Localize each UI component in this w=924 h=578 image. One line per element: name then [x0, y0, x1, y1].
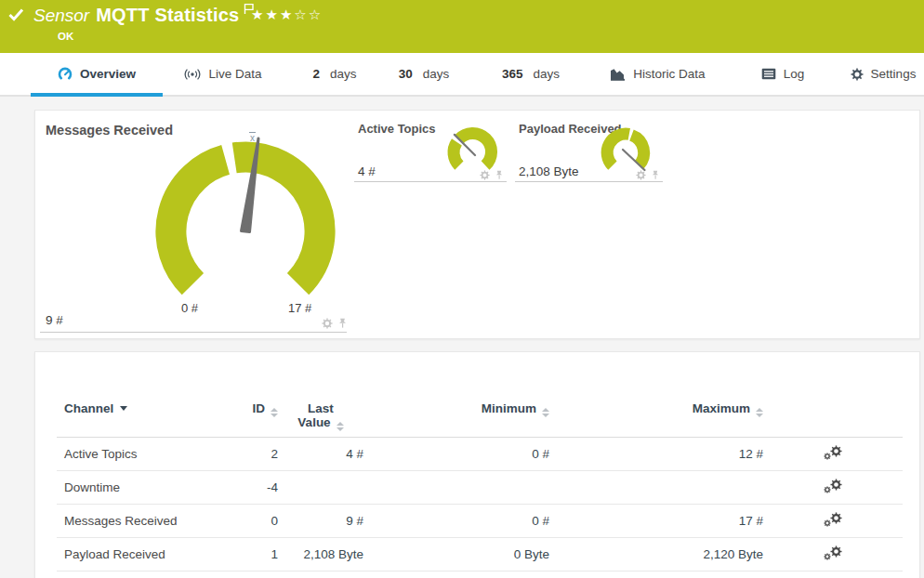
channel-last-value: 2,108 Byte	[278, 538, 363, 571]
mini-gauge-active-topics: Active Topics 4 #	[354, 111, 508, 185]
channel-id: 0	[233, 505, 278, 538]
channel-name[interactable]: Messages Received	[57, 505, 233, 538]
col-header-maximum[interactable]: Maximum	[549, 389, 763, 438]
star-empty-icon[interactable]	[294, 7, 308, 22]
tab-30-days[interactable]: 30 days	[395, 53, 453, 95]
channel-id: -4	[233, 471, 278, 505]
broadcast-icon	[184, 68, 201, 81]
channel-last-value	[278, 471, 363, 505]
tab-number: 2	[312, 67, 320, 81]
gauge-settings-gear-icon[interactable]	[322, 316, 333, 333]
col-header-id[interactable]: ID	[233, 389, 278, 438]
tab-number: 30	[399, 67, 413, 81]
sort-icon	[542, 408, 549, 417]
mini-gauge-value: 4 #	[358, 164, 376, 178]
primary-gauge	[125, 108, 366, 310]
channel-last-value: 9 #	[278, 505, 363, 538]
tab-label: Overview	[80, 67, 136, 81]
log-icon	[761, 68, 776, 80]
channel-maximum: 12 #	[549, 438, 763, 471]
channel-maximum: 2,120 Byte	[549, 538, 763, 571]
tab-label: Log	[784, 67, 805, 81]
chart-icon	[610, 68, 626, 81]
mini-gauge-payload-received: Payload Received 2,108 Byte	[515, 111, 664, 185]
tab-label: days	[423, 67, 450, 81]
channel-settings-icon[interactable]	[824, 545, 842, 560]
table-row: Payload Received 1 2,108 Byte 0 Byte 2,1…	[57, 538, 903, 571]
tab-settings[interactable]: Settings	[846, 53, 920, 95]
star-filled-icon[interactable]	[251, 7, 265, 22]
channel-maximum: 17 #	[549, 505, 763, 538]
col-header-label: ID	[253, 401, 266, 415]
tab-historic-data[interactable]: Historic Data	[604, 53, 711, 95]
tab-log[interactable]: Log	[755, 53, 811, 95]
channel-settings-icon[interactable]	[824, 479, 842, 493]
channels-panel: Channel ID Last Value Minimum Maximum	[34, 351, 920, 578]
channel-name[interactable]: Downtime	[57, 471, 233, 505]
col-header-label: Minimum	[482, 401, 536, 415]
channel-minimum: 0 Byte	[363, 538, 549, 571]
channel-minimum: 0 #	[363, 438, 549, 471]
tab-label: days	[534, 67, 561, 81]
channel-maximum	[549, 471, 763, 505]
gauge-icon	[58, 67, 73, 82]
priority-stars[interactable]	[251, 7, 323, 23]
col-header-label: Value	[297, 415, 330, 429]
sort-icon	[337, 422, 344, 431]
col-header-label: Last	[308, 401, 334, 415]
tab-365-days[interactable]: 365 days	[497, 53, 564, 95]
channel-minimum	[363, 471, 549, 505]
col-header-last-value[interactable]: Last Value	[278, 389, 363, 438]
col-header-label: Channel	[64, 401, 113, 415]
star-filled-icon[interactable]	[265, 7, 279, 22]
col-header-minimum[interactable]: Minimum	[363, 389, 549, 438]
channel-settings-icon[interactable]	[824, 445, 842, 460]
gear-icon	[851, 68, 864, 81]
tab-number: 365	[502, 67, 523, 81]
status-check-icon	[8, 8, 24, 25]
sensor-status-banner: SensorMQTT Statistics OK	[0, 0, 924, 53]
table-row: Messages Received 0 9 # 0 # 17 #	[57, 505, 903, 538]
primary-gauge-value: 9 #	[46, 313, 63, 327]
gauge-pin-icon[interactable]	[337, 316, 348, 333]
channels-table: Channel ID Last Value Minimum Maximum	[57, 389, 903, 571]
gauge-scale-max: 17 #	[288, 301, 311, 315]
average-marker: x	[249, 132, 256, 143]
channel-id: 1	[233, 538, 278, 571]
gauge-scale-min: 0 #	[181, 301, 198, 315]
channel-minimum: 0 #	[363, 505, 549, 538]
col-header-label: Maximum	[693, 401, 750, 415]
channel-name[interactable]: Payload Received	[57, 538, 233, 571]
table-row: Active Topics 2 4 # 0 # 12 #	[57, 438, 903, 471]
active-tab-underline	[31, 93, 163, 97]
channel-name[interactable]: Active Topics	[57, 438, 233, 471]
table-row: Downtime -4	[57, 471, 903, 505]
tab-label: Live Data	[208, 67, 261, 81]
page-title: MQTT Statistics	[96, 5, 239, 25]
tab-overview[interactable]: Overview	[31, 53, 163, 95]
col-header-actions	[763, 389, 903, 438]
sort-icon	[756, 408, 763, 417]
tab-label: Settings	[871, 67, 917, 81]
status-badge: OK	[58, 31, 73, 42]
tab-label: days	[330, 67, 357, 81]
star-empty-icon[interactable]	[309, 7, 323, 22]
star-filled-icon[interactable]	[280, 7, 294, 22]
channel-id: 2	[233, 438, 278, 471]
tab-label: Historic Data	[633, 67, 705, 81]
sort-caret-icon	[120, 406, 127, 411]
channel-last-value: 4 #	[278, 438, 363, 471]
tab-live-data[interactable]: Live Data	[177, 53, 270, 95]
object-kind-label: Sensor	[33, 6, 89, 25]
tab-2-days[interactable]: 2 days	[307, 53, 363, 95]
mini-gauge-value: 2,108 Byte	[519, 164, 579, 178]
col-header-channel[interactable]: Channel	[57, 389, 233, 438]
sort-icon	[271, 408, 278, 417]
mini-gauge-title: Active Topics	[358, 122, 436, 136]
channel-settings-icon[interactable]	[824, 512, 842, 527]
gauges-panel: Messages Received x 0 # 17 # 9 # Active …	[34, 110, 920, 339]
tab-bar: Overview Live Data 2 days 30 days 365 da…	[0, 53, 924, 97]
